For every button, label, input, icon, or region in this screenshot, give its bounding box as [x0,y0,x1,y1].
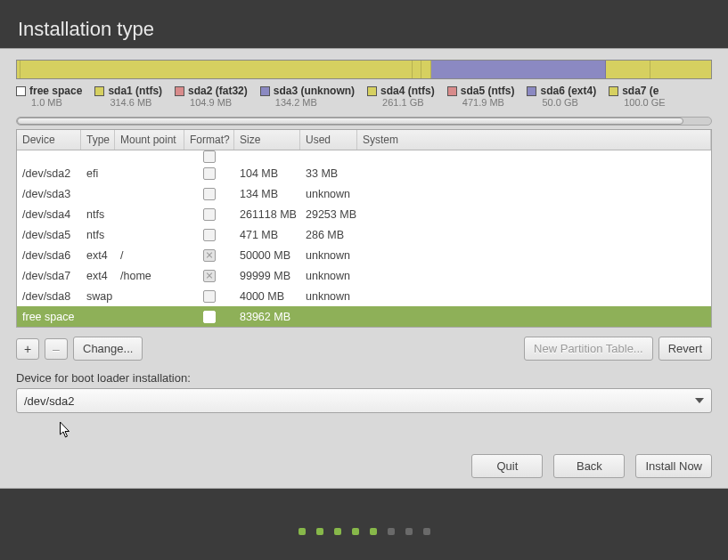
progress-dot [299,528,306,535]
table-row[interactable] [17,150,711,163]
add-partition-button[interactable]: + [16,338,39,360]
legend-item[interactable]: sda3 (unknown)134.2 MB [260,85,355,108]
legend-name: free space [29,85,82,97]
legend-size: 314.6 MB [110,97,162,108]
format-checkbox [203,249,216,262]
format-checkbox[interactable] [203,188,216,200]
legend-name: sda5 (ntfs) [461,85,515,97]
color-swatch [260,86,270,96]
legend-size: 104.9 MB [190,97,248,108]
legend-name: sda3 (unknown) [274,85,355,97]
color-swatch [367,86,377,96]
th-format[interactable]: Format? [184,130,234,150]
table-row[interactable]: /dev/sda4ntfs261118 MB29253 MB [17,204,711,224]
partition-panel: free space1.0 MBsda1 (ntfs)314.6 MBsda2 … [0,48,728,489]
th-type[interactable]: Type [81,130,115,150]
th-used[interactable]: Used [300,130,357,150]
legend-size: 261.1 GB [382,97,435,108]
disk-usage-bar [16,60,712,79]
progress-dot [352,528,359,535]
table-row[interactable]: /dev/sda7ext4/home99999 MBunknown [17,265,711,286]
format-checkbox[interactable] [203,229,216,241]
legend-name: sda1 (ntfs) [108,85,162,97]
install-now-button[interactable]: Install Now [635,454,712,478]
change-partition-button[interactable]: Change... [73,337,143,361]
legend-name: sda2 (fat32) [188,85,248,97]
legend-item[interactable]: sda7 (e100.0 GE [609,85,665,108]
color-swatch [16,86,26,96]
legend-item[interactable]: sda4 (ntfs)261.1 GB [367,85,435,108]
progress-dot [370,528,377,535]
back-button[interactable]: Back [553,454,625,478]
color-swatch [447,86,457,96]
th-system[interactable]: System [357,130,711,150]
progress-dots [299,528,430,535]
progress-dot [388,528,395,535]
legend-item[interactable]: sda2 (fat32)104.9 MB [175,85,248,108]
partition-table[interactable]: Device Type Mount point Format? Size Use… [16,129,712,328]
disk-segment[interactable] [606,61,650,78]
th-mount[interactable]: Mount point [115,130,184,150]
progress-dot [334,528,341,535]
format-checkbox[interactable] [203,311,216,323]
revert-button[interactable]: Revert [658,337,712,361]
color-swatch [94,86,104,96]
bootloader-label: Device for boot loader installation: [0,361,728,388]
th-device[interactable]: Device [17,130,81,150]
page-title: Installation type [18,18,728,41]
legend-name: sda4 (ntfs) [380,85,435,97]
table-row[interactable]: free space83962 MB [17,306,711,327]
table-row[interactable]: /dev/sda8swap4000 MBunknown [17,286,711,306]
disk-segment[interactable] [20,61,413,78]
th-size[interactable]: Size [234,130,300,150]
table-row[interactable]: /dev/sda3134 MBunknown [17,183,711,204]
progress-dot [423,528,430,535]
disk-segment[interactable] [650,61,711,78]
quit-button[interactable]: Quit [471,454,543,478]
table-row[interactable]: /dev/sda6ext4/50000 MBunknown [17,245,711,265]
remove-partition-button[interactable]: – [45,338,68,360]
legend-name: sda7 (e [622,85,658,97]
format-checkbox [203,270,216,282]
format-checkbox[interactable] [203,290,216,303]
legend-size: 50.0 GB [542,97,596,108]
partition-legend: free space1.0 MBsda1 (ntfs)314.6 MBsda2 … [16,85,712,108]
progress-dot [405,528,413,535]
format-checkbox[interactable] [203,167,216,180]
table-row[interactable]: /dev/sda2efi104 MB33 MB [17,163,711,183]
color-swatch [175,86,184,96]
legend-size: 1.0 MB [31,97,82,108]
disk-segment[interactable] [413,61,422,78]
table-row[interactable]: /dev/sda5ntfs471 MB286 MB [17,224,711,245]
color-swatch [609,86,618,96]
legend-item[interactable]: sda1 (ntfs)314.6 MB [94,85,162,108]
bootloader-device-select[interactable]: /dev/sda2 [16,388,712,413]
format-checkbox[interactable] [203,208,216,221]
scrollbar-thumb[interactable] [17,118,683,125]
table-header: Device Type Mount point Format? Size Use… [17,130,711,150]
legend-item[interactable]: sda6 (ext4)50.0 GB [527,85,596,108]
legend-item[interactable]: sda5 (ntfs)471.9 MB [447,85,515,108]
bootloader-device-value: /dev/sda2 [24,394,74,408]
legend-name: sda6 (ext4) [540,85,596,97]
disk-segment[interactable] [421,61,431,78]
legend-size: 100.0 GE [624,97,665,108]
legend-scrollbar[interactable] [16,117,712,126]
legend-size: 134.2 MB [275,97,355,108]
legend-item[interactable]: free space1.0 MB [16,85,82,108]
chevron-down-icon [695,398,704,403]
disk-segment[interactable] [431,61,606,78]
new-partition-table-button[interactable]: New Partition Table... [524,337,653,361]
progress-dot [316,528,323,535]
color-swatch [527,86,536,96]
mouse-cursor-icon [59,422,72,438]
legend-size: 471.9 MB [462,97,515,108]
